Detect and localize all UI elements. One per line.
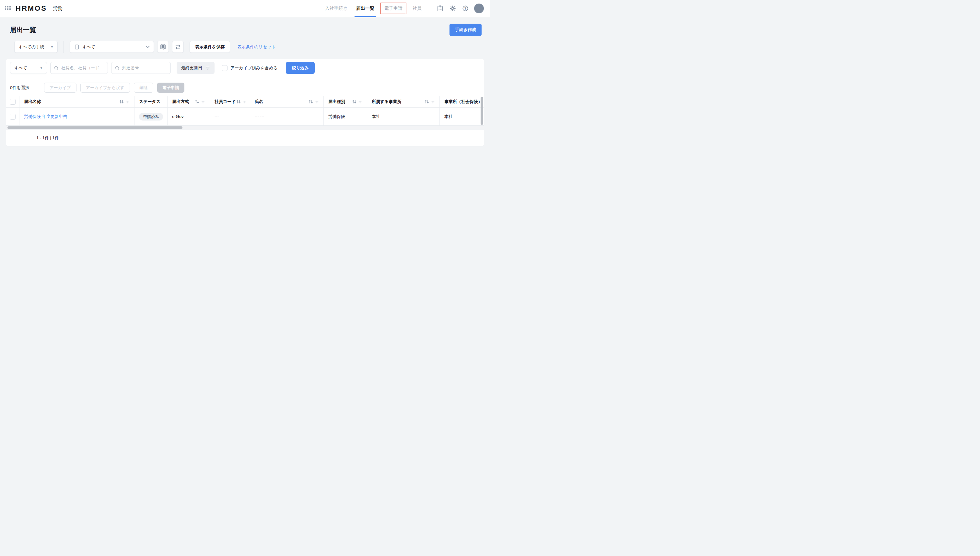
unarchive-button[interactable]: アーカイブから戻す bbox=[80, 82, 130, 93]
page-title: 届出一覧 bbox=[10, 26, 36, 34]
filter-icon[interactable] bbox=[358, 100, 362, 104]
nav-employees[interactable]: 社員 bbox=[408, 0, 426, 17]
swap-order-button[interactable] bbox=[172, 41, 184, 53]
sort-icon[interactable] bbox=[236, 99, 241, 104]
filter-icon[interactable] bbox=[243, 100, 247, 104]
column-header-office-social[interactable]: 事業所（社会保険） bbox=[440, 96, 484, 107]
column-header-office[interactable]: 所属する事業所 bbox=[367, 96, 440, 107]
filter-icon[interactable] bbox=[315, 100, 319, 104]
create-procedure-button[interactable]: 手続き作成 bbox=[450, 24, 482, 36]
column-header-full-name[interactable]: 氏名 bbox=[250, 96, 324, 107]
filter-icon[interactable] bbox=[201, 100, 205, 104]
app-grid-icon[interactable] bbox=[5, 5, 12, 12]
status-filter-select[interactable]: すべて ▼ bbox=[10, 62, 47, 74]
table-row: 労働保険 年度更新申告 申請済み e-Gov --- --- --- 労働保険 … bbox=[6, 108, 484, 126]
settings-gear-icon[interactable] bbox=[449, 5, 456, 12]
archive-button[interactable]: アーカイブ bbox=[44, 82, 76, 93]
procedure-select[interactable]: すべての手続 ▼ bbox=[14, 41, 58, 53]
save-view-button[interactable]: 表示条件を保存 bbox=[189, 41, 230, 53]
employee-search-field bbox=[50, 62, 108, 74]
horizontal-scrollbar-track bbox=[6, 126, 484, 129]
employee-code-cell: --- bbox=[210, 108, 250, 125]
active-tab-underline bbox=[354, 16, 376, 17]
sort-icon[interactable] bbox=[194, 99, 200, 104]
column-header-name[interactable]: 届出名称 bbox=[19, 96, 134, 107]
nav-onboarding[interactable]: 入社手続き bbox=[321, 0, 352, 17]
filter-icon[interactable] bbox=[125, 100, 129, 104]
chevron-down-icon bbox=[141, 46, 150, 48]
column-header-employee-code[interactable]: 社員コード bbox=[210, 96, 250, 107]
full-name-cell: --- --- bbox=[250, 108, 324, 125]
filter-icon[interactable] bbox=[431, 100, 435, 104]
tasks-clipboard-icon[interactable] bbox=[437, 5, 444, 12]
product-name: 労務 bbox=[53, 5, 63, 12]
svg-text:?: ? bbox=[464, 6, 466, 10]
row-checkbox[interactable] bbox=[10, 114, 16, 120]
top-navigation: 入社手続き 届出一覧 電子申請 社員 bbox=[321, 0, 484, 17]
document-list-icon bbox=[74, 44, 80, 50]
view-toolbar: すべての手続 ▼ すべて 表示条件を保存 表示条件のリ bbox=[14, 41, 490, 53]
horizontal-scrollbar[interactable] bbox=[8, 126, 183, 129]
column-header-type[interactable]: 届出種別 bbox=[324, 96, 367, 107]
filter-lines-icon bbox=[205, 66, 210, 70]
search-icon bbox=[115, 65, 120, 71]
arrival-number-field bbox=[111, 62, 171, 74]
search-icon bbox=[54, 65, 59, 71]
nav-divider bbox=[432, 5, 432, 12]
include-archived-checkbox[interactable] bbox=[222, 65, 228, 71]
employee-search-input[interactable] bbox=[61, 65, 104, 70]
caret-down-icon: ▼ bbox=[46, 45, 53, 48]
toolbar-divider bbox=[63, 41, 64, 53]
last-updated-filter-button[interactable]: 最終更新日 bbox=[176, 62, 215, 74]
delete-button[interactable]: 削除 bbox=[134, 82, 153, 93]
office-cell: 本社 bbox=[367, 108, 440, 125]
e-apply-button[interactable]: 電子申請 bbox=[157, 82, 184, 93]
column-settings-button[interactable] bbox=[157, 41, 169, 53]
bulk-actions-row: 0件を選択 アーカイブ アーカイブから戻す 削除 電子申請 bbox=[6, 82, 484, 93]
filters-row: すべて ▼ 最終更新日 bbox=[6, 59, 484, 74]
pagination-bar: 1 - 1件 | 1件 bbox=[6, 129, 484, 146]
user-avatar[interactable] bbox=[474, 3, 484, 13]
office-social-cell: 本社 bbox=[440, 108, 484, 125]
pagination-label: 1 - 1件 | 1件 bbox=[36, 135, 59, 141]
nav-filings[interactable]: 届出一覧 bbox=[352, 0, 378, 17]
reset-view-link[interactable]: 表示条件のリセット bbox=[237, 44, 276, 50]
column-header-method[interactable]: 届出方式 bbox=[168, 96, 210, 107]
hrmos-logo[interactable]: HRMOS bbox=[16, 4, 47, 13]
column-header-status[interactable]: ステータス bbox=[134, 96, 168, 107]
arrival-number-input[interactable] bbox=[122, 65, 167, 70]
brand: HRMOS 労務 bbox=[5, 4, 63, 13]
saved-view-select[interactable]: すべて bbox=[70, 41, 154, 53]
filings-card: すべて ▼ 最終更新日 bbox=[6, 59, 484, 146]
select-all-checkbox[interactable] bbox=[10, 99, 16, 105]
sort-icon[interactable] bbox=[308, 99, 314, 104]
filings-table: 届出名称 ステータス 届出方式 社員コード bbox=[6, 96, 484, 126]
nav-e-application[interactable]: 電子申請 bbox=[378, 0, 408, 17]
bulk-divider bbox=[38, 83, 38, 93]
status-badge: 申請済み bbox=[139, 113, 163, 121]
sort-icon[interactable] bbox=[119, 99, 124, 104]
sort-icon[interactable] bbox=[352, 99, 357, 104]
filing-name-link[interactable]: 労働保険 年度更新申告 bbox=[24, 114, 67, 120]
include-archived-toggle[interactable]: アーカイブ済みを含める bbox=[222, 65, 277, 71]
selection-count: 0件を選択 bbox=[10, 85, 29, 91]
apply-filter-button[interactable]: 絞り込み bbox=[286, 62, 315, 74]
red-highlight-box: 電子申請 bbox=[380, 3, 406, 14]
vertical-scrollbar[interactable] bbox=[480, 97, 483, 125]
top-bar: HRMOS 労務 入社手続き 届出一覧 電子申請 社員 bbox=[0, 0, 490, 17]
type-cell: 労働保険 bbox=[324, 108, 367, 125]
sort-icon[interactable] bbox=[424, 99, 429, 104]
help-icon[interactable]: ? bbox=[462, 5, 469, 12]
table-header-row: 届出名称 ステータス 届出方式 社員コード bbox=[6, 96, 484, 108]
caret-down-icon: ▼ bbox=[35, 66, 43, 70]
method-cell: e-Gov bbox=[168, 108, 210, 125]
